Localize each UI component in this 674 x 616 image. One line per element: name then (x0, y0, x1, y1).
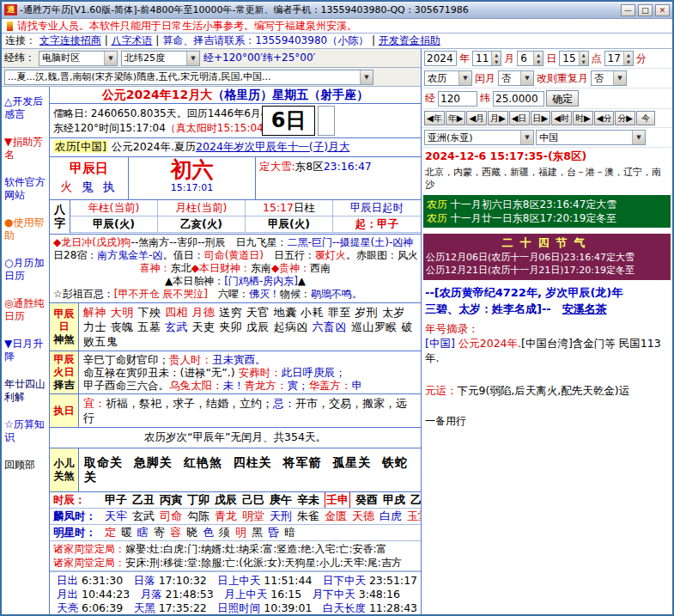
sidebar-24-mountains[interactable]: 年廿四山利解 (4, 378, 47, 404)
chevron-down-icon: ▼ (360, 70, 373, 84)
text-span: 祈福，祭祀，求子，结婚，立约； (106, 397, 273, 410)
sidebar-review[interactable]: 回顾部 (4, 459, 47, 472)
month-value: 11 (473, 52, 491, 65)
latitude-select[interactable]: 北纬25度 ▼ (121, 51, 200, 66)
text-span: 六畜凶 (313, 320, 351, 333)
leap-select[interactable]: 否 ▼ (498, 70, 534, 86)
window-title: -通胜万年历[V1.60版-简体]-前4800年至10000年-常更新、编者手机… (20, 3, 618, 16)
country-select[interactable]: 中国 ▼ (536, 130, 646, 145)
mingxing-value: 容 (170, 525, 181, 540)
year-input[interactable] (424, 51, 457, 66)
text-span: 日上中天 (207, 574, 264, 587)
link-bazi-terms[interactable]: 八字术语 (112, 34, 153, 46)
text-span: 覆灯火 (315, 249, 346, 261)
day-stepper[interactable]: 6 ▲▼ (517, 51, 543, 66)
sidebar-help[interactable]: ●使用帮助 (4, 217, 47, 242)
spinner-up-icon[interactable]: ▲ (624, 52, 633, 58)
text-span: 玄武 (165, 320, 192, 333)
spinner-down-icon[interactable]: ▼ (534, 58, 543, 65)
spinner-down-icon[interactable]: ▼ (492, 58, 501, 65)
spinner-up-icon[interactable]: ▲ (580, 52, 588, 58)
sidebar-sun-moon-rise[interactable]: ▼日月升降 (4, 338, 47, 363)
right-panel: 年 11 ▲▼ 月 6 ▲▼ 日 15 ▲▼ 点 17 ▲▼ (422, 49, 672, 614)
nav-button[interactable]: 今 (636, 111, 655, 125)
text-span: 华盖方： (309, 379, 352, 392)
maximize-button[interactable]: □ (638, 4, 653, 16)
day-note-line: 日28宿：南方鬼金羊-凶。值日：司命(黄道日) 日五行：覆灯火。赤眼图：风火 (53, 249, 417, 262)
bazi-char-2: 字 (54, 217, 65, 230)
text-span: [中国] (425, 337, 458, 350)
link-anxi-tea[interactable]: 安溪名茶 (562, 302, 607, 315)
minimize-button[interactable]: — (621, 4, 635, 16)
text-span: [甲不开仓 辰不哭泣] (114, 288, 208, 300)
timezone-select[interactable]: 电脑时区 ▼ (39, 51, 118, 66)
confirm-button[interactable]: 确定 (546, 90, 579, 107)
nav-button[interactable]: ◀年 (424, 111, 445, 125)
spinner-icons[interactable]: ▲▼ (623, 52, 633, 65)
text-span: 。值日： (163, 249, 204, 261)
spinner-up-icon[interactable]: ▲ (534, 52, 543, 58)
longitude-input[interactable] (438, 91, 477, 107)
close-button[interactable]: ✕ (655, 4, 670, 16)
spinner-up-icon[interactable]: ▲ (492, 52, 501, 58)
leap-value: 否 (499, 72, 520, 85)
shichen-value: 甲子 (105, 492, 127, 508)
hour-stepper[interactable]: 15 ▲▼ (559, 51, 588, 66)
sidebar-month-plus-day[interactable]: ○月历加日历 (4, 257, 47, 283)
linfeng-value: 玄武 (132, 509, 155, 524)
shichen-value: 乙丑 (132, 492, 155, 508)
text-span: 忌： (273, 397, 295, 410)
text-span: 命互禄在寅卯丑未：(进禄“无”.) (83, 366, 239, 379)
day-notes: ◆龙日冲(戊戌)狗--煞南方--害卯--刑辰 日九飞星：二黑-巨门--摄提星(土… (50, 235, 421, 303)
nav-button[interactable]: ◀分 (594, 111, 615, 125)
duplicate-month-select[interactable]: 否 ▼ (591, 70, 627, 86)
text-span: 神煞 (54, 333, 75, 346)
nav-button[interactable]: 日▶ (531, 111, 551, 125)
spinner-down-icon[interactable]: ▼ (624, 58, 633, 65)
shichen-value: 乙亥 (410, 492, 421, 508)
calendar-mode-select[interactable]: 农历 ▼ (424, 70, 472, 86)
sidebar-donor-list[interactable]: ▼捐助芳名 (4, 136, 47, 162)
spinner-icons[interactable]: ▲▼ (491, 52, 501, 65)
continent-select[interactable]: 亚洲(东亚) ▼ (424, 130, 534, 145)
link-donate[interactable]: 开发资金捐助 (379, 34, 440, 46)
shichen-value: 甲戌 (383, 492, 405, 508)
link-text-ad[interactable]: 文字连接招商 (39, 34, 101, 46)
nav-button[interactable]: 时▶ (573, 111, 593, 125)
spinner-icons[interactable]: ▲▼ (579, 52, 588, 65)
sidebar-official-site[interactable]: 软件官方网站 (4, 176, 47, 202)
nav-button[interactable]: 分▶ (615, 111, 635, 125)
text-span: 丑未寅酉。 (212, 353, 266, 366)
nav-button[interactable]: ◀日 (509, 111, 530, 125)
spinner-down-icon[interactable]: ▼ (580, 58, 588, 65)
nongli-line: 农历[中国]公元2024年.夏历2024年岁次甲辰年十一(子)月大 (50, 138, 421, 157)
era-select[interactable]: ...夏...汉,魏,晋,南朝(宋齐梁陈)隋唐,五代,宋元明清,民国,中国...… (4, 70, 373, 85)
day-table: 甲辰日 火 鬼 执 初六 15:17:01 定大雪:东8区23:16:47 (50, 157, 421, 200)
spinner-icons[interactable]: ▲▼ (533, 52, 543, 65)
text-span: 东经120°时间15:17:04 (53, 122, 166, 134)
nav-button[interactable]: 年▶ (446, 111, 466, 125)
mingxing-value: 色 (203, 525, 214, 540)
julian-line: 儒略日: 2460650.8035天。回历1446年6月4日 (53, 107, 417, 121)
text-span: 公元2024年. (458, 337, 521, 350)
bazi-day-pillar: 甲辰(火) (246, 217, 333, 233)
time-line: 东经120°时间15:17:04（真太阳时15:15:04） (53, 121, 417, 136)
linfeng-value: 天牢 (105, 509, 127, 524)
nav-button[interactable]: ◀时 (551, 111, 572, 125)
sidebar-calendar-knowledge[interactable]: ☆历算知识 (4, 418, 47, 444)
latitude-input[interactable] (493, 91, 544, 107)
sidebar-pure-calendar[interactable]: ◎通胜纯日历 (4, 297, 47, 323)
minute-stepper[interactable]: 17 ▲▼ (604, 51, 634, 66)
nav-button[interactable]: ◀月 (466, 111, 487, 125)
calendar-mode-value: 农历 (425, 72, 458, 85)
sidebar-dev-afterword[interactable]: △开发后感言 (4, 95, 47, 121)
nav-button[interactable]: 月▶ (488, 111, 508, 125)
guansha-label: 小儿关煞 (50, 448, 79, 491)
spare-line: 一备用行 (422, 412, 672, 431)
titlebar[interactable]: 通 -通胜万年历[V1.60版-简体]-前4800年至10000年-常更新、编者… (2, 2, 672, 19)
month-stepper[interactable]: 11 ▲▼ (472, 51, 501, 66)
text-span: 未！ (223, 379, 245, 392)
text-span: 司命(黄道日) (204, 249, 264, 261)
day-ganzhi: 甲辰日 (50, 161, 128, 177)
text-span: 年柱(当前) (88, 201, 140, 214)
